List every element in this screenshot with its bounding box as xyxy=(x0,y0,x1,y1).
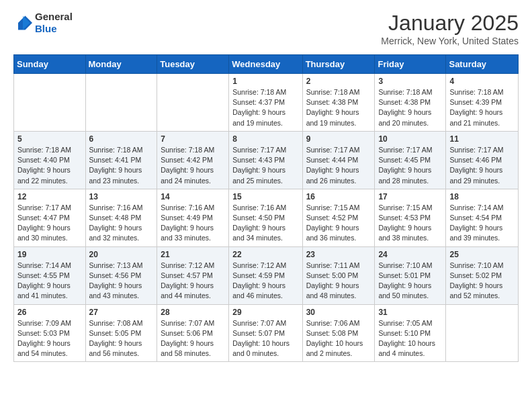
calendar-cell: 15Sunrise: 7:16 AMSunset: 4:50 PMDayligh… xyxy=(229,189,302,246)
calendar-cell: 13Sunrise: 7:16 AMSunset: 4:48 PMDayligh… xyxy=(85,189,157,246)
calendar-cell: 7Sunrise: 7:18 AMSunset: 4:42 PMDaylight… xyxy=(157,131,229,189)
day-number: 25 xyxy=(449,250,515,259)
day-info: Sunrise: 7:11 AMSunset: 5:00 PMDaylight:… xyxy=(306,261,371,302)
weekday-header-wednesday: Wednesday xyxy=(229,55,302,74)
logo-general-text: General xyxy=(35,11,73,23)
day-info: Sunrise: 7:18 AMSunset: 4:39 PMDaylight:… xyxy=(449,87,515,128)
weekday-header-thursday: Thursday xyxy=(302,55,375,74)
day-number: 13 xyxy=(89,192,154,201)
day-number: 22 xyxy=(232,250,298,259)
calendar-week-row: 5Sunrise: 7:18 AMSunset: 4:40 PMDaylight… xyxy=(14,131,519,189)
day-number: 11 xyxy=(449,134,515,144)
day-number: 19 xyxy=(17,250,82,259)
calendar-cell: 12Sunrise: 7:17 AMSunset: 4:47 PMDayligh… xyxy=(14,189,86,246)
calendar-week-row: 12Sunrise: 7:17 AMSunset: 4:47 PMDayligh… xyxy=(14,189,519,246)
day-number: 6 xyxy=(89,134,154,144)
weekday-header-friday: Friday xyxy=(375,55,446,74)
location: Merrick, New York, United States xyxy=(381,36,519,46)
day-info: Sunrise: 7:18 AMSunset: 4:38 PMDaylight:… xyxy=(378,87,442,128)
day-info: Sunrise: 7:10 AMSunset: 5:02 PMDaylight:… xyxy=(449,261,515,302)
calendar-cell: 5Sunrise: 7:18 AMSunset: 4:40 PMDaylight… xyxy=(14,131,86,189)
weekday-header-sunday: Sunday xyxy=(14,55,86,74)
day-number: 2 xyxy=(306,77,371,86)
day-number: 3 xyxy=(378,77,442,86)
page-container: General Blue January 2025 Merrick, New Y… xyxy=(0,0,532,369)
calendar-cell: 14Sunrise: 7:16 AMSunset: 4:49 PMDayligh… xyxy=(157,189,229,246)
calendar-cell: 2Sunrise: 7:18 AMSunset: 4:38 PMDaylight… xyxy=(302,74,375,132)
calendar-cell xyxy=(446,304,519,362)
calendar-cell: 24Sunrise: 7:10 AMSunset: 5:01 PMDayligh… xyxy=(375,246,446,304)
weekday-header-tuesday: Tuesday xyxy=(157,55,229,74)
calendar-cell: 31Sunrise: 7:05 AMSunset: 5:10 PMDayligh… xyxy=(375,304,446,362)
day-info: Sunrise: 7:18 AMSunset: 4:38 PMDaylight:… xyxy=(306,87,371,128)
day-info: Sunrise: 7:12 AMSunset: 4:57 PMDaylight:… xyxy=(161,261,225,302)
day-number: 15 xyxy=(232,192,298,201)
calendar-cell: 17Sunrise: 7:15 AMSunset: 4:53 PMDayligh… xyxy=(375,189,446,246)
day-info: Sunrise: 7:15 AMSunset: 4:53 PMDaylight:… xyxy=(378,203,442,244)
logo-blue-text: Blue xyxy=(35,23,73,35)
day-info: Sunrise: 7:16 AMSunset: 4:48 PMDaylight:… xyxy=(89,203,154,244)
day-info: Sunrise: 7:18 AMSunset: 4:41 PMDaylight:… xyxy=(89,145,154,186)
calendar-cell: 1Sunrise: 7:18 AMSunset: 4:37 PMDaylight… xyxy=(229,74,302,132)
day-number: 20 xyxy=(89,250,154,259)
day-info: Sunrise: 7:05 AMSunset: 5:10 PMDaylight:… xyxy=(378,318,442,359)
day-number: 26 xyxy=(17,308,82,317)
day-number: 31 xyxy=(378,308,442,317)
day-info: Sunrise: 7:12 AMSunset: 4:59 PMDaylight:… xyxy=(232,261,298,302)
calendar-cell: 20Sunrise: 7:13 AMSunset: 4:56 PMDayligh… xyxy=(85,246,157,304)
day-info: Sunrise: 7:07 AMSunset: 5:07 PMDaylight:… xyxy=(232,318,298,359)
calendar-week-row: 19Sunrise: 7:14 AMSunset: 4:55 PMDayligh… xyxy=(14,246,519,304)
calendar-cell: 16Sunrise: 7:15 AMSunset: 4:52 PMDayligh… xyxy=(302,189,375,246)
day-number: 23 xyxy=(306,250,371,259)
calendar-cell xyxy=(14,74,86,132)
calendar-week-row: 1Sunrise: 7:18 AMSunset: 4:37 PMDaylight… xyxy=(14,74,519,132)
calendar-cell: 19Sunrise: 7:14 AMSunset: 4:55 PMDayligh… xyxy=(14,246,86,304)
logo-icon xyxy=(13,13,32,32)
calendar-cell: 22Sunrise: 7:12 AMSunset: 4:59 PMDayligh… xyxy=(229,246,302,304)
day-number: 8 xyxy=(232,134,298,144)
day-info: Sunrise: 7:17 AMSunset: 4:46 PMDaylight:… xyxy=(449,145,515,186)
calendar-cell: 3Sunrise: 7:18 AMSunset: 4:38 PMDaylight… xyxy=(375,74,446,132)
day-number: 28 xyxy=(161,308,225,317)
day-info: Sunrise: 7:18 AMSunset: 4:40 PMDaylight:… xyxy=(17,145,82,186)
weekday-header-row: SundayMondayTuesdayWednesdayThursdayFrid… xyxy=(14,55,519,74)
day-info: Sunrise: 7:15 AMSunset: 4:52 PMDaylight:… xyxy=(306,203,371,244)
day-number: 1 xyxy=(232,77,298,86)
calendar-cell: 27Sunrise: 7:08 AMSunset: 5:05 PMDayligh… xyxy=(85,304,157,362)
day-number: 7 xyxy=(161,134,225,144)
day-info: Sunrise: 7:16 AMSunset: 4:49 PMDaylight:… xyxy=(161,203,225,244)
calendar-cell: 21Sunrise: 7:12 AMSunset: 4:57 PMDayligh… xyxy=(157,246,229,304)
calendar-cell: 26Sunrise: 7:09 AMSunset: 5:03 PMDayligh… xyxy=(14,304,86,362)
day-info: Sunrise: 7:17 AMSunset: 4:47 PMDaylight:… xyxy=(17,203,82,244)
title-block: January 2025 Merrick, New York, United S… xyxy=(381,11,519,46)
day-info: Sunrise: 7:09 AMSunset: 5:03 PMDaylight:… xyxy=(17,318,82,359)
header: General Blue January 2025 Merrick, New Y… xyxy=(13,11,519,46)
calendar-cell: 4Sunrise: 7:18 AMSunset: 4:39 PMDaylight… xyxy=(446,74,519,132)
calendar-cell: 23Sunrise: 7:11 AMSunset: 5:00 PMDayligh… xyxy=(302,246,375,304)
day-number: 5 xyxy=(17,134,82,144)
calendar-cell xyxy=(157,74,229,132)
logo: General Blue xyxy=(13,11,73,35)
day-info: Sunrise: 7:17 AMSunset: 4:43 PMDaylight:… xyxy=(232,145,298,186)
calendar-week-row: 26Sunrise: 7:09 AMSunset: 5:03 PMDayligh… xyxy=(14,304,519,362)
day-info: Sunrise: 7:07 AMSunset: 5:06 PMDaylight:… xyxy=(161,318,225,359)
calendar-cell: 6Sunrise: 7:18 AMSunset: 4:41 PMDaylight… xyxy=(85,131,157,189)
day-info: Sunrise: 7:16 AMSunset: 4:50 PMDaylight:… xyxy=(232,203,298,244)
calendar-cell: 28Sunrise: 7:07 AMSunset: 5:06 PMDayligh… xyxy=(157,304,229,362)
day-number: 14 xyxy=(161,192,225,201)
weekday-header-saturday: Saturday xyxy=(446,55,519,74)
day-number: 18 xyxy=(449,192,515,201)
day-info: Sunrise: 7:18 AMSunset: 4:37 PMDaylight:… xyxy=(232,87,298,128)
calendar-cell: 29Sunrise: 7:07 AMSunset: 5:07 PMDayligh… xyxy=(229,304,302,362)
day-number: 27 xyxy=(89,308,154,317)
calendar-cell: 9Sunrise: 7:17 AMSunset: 4:44 PMDaylight… xyxy=(302,131,375,189)
day-number: 21 xyxy=(161,250,225,259)
day-number: 12 xyxy=(17,192,82,201)
day-info: Sunrise: 7:14 AMSunset: 4:55 PMDaylight:… xyxy=(17,261,82,302)
day-number: 24 xyxy=(378,250,442,259)
day-info: Sunrise: 7:10 AMSunset: 5:01 PMDaylight:… xyxy=(378,261,442,302)
day-info: Sunrise: 7:17 AMSunset: 4:45 PMDaylight:… xyxy=(378,145,442,186)
day-info: Sunrise: 7:06 AMSunset: 5:08 PMDaylight:… xyxy=(306,318,371,359)
day-number: 10 xyxy=(378,134,442,144)
day-number: 16 xyxy=(306,192,371,201)
